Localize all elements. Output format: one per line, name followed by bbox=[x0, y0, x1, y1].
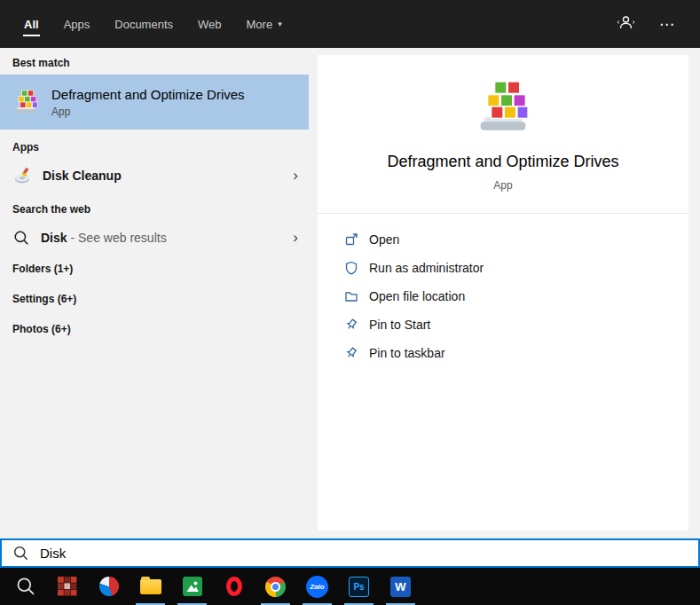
preview-title: Defragment and Optimize Drives bbox=[387, 153, 618, 171]
taskbar-photo-viewer[interactable] bbox=[171, 568, 213, 605]
action-open-file-location-label: Open file location bbox=[369, 289, 465, 303]
filter-tabs: All Apps Documents Web More ▾ bbox=[0, 0, 295, 48]
action-run-as-admin[interactable]: Run as administrator bbox=[344, 254, 688, 282]
web-section-header: Search the web bbox=[0, 192, 309, 221]
category-photos[interactable]: Photos (6+) bbox=[0, 314, 309, 344]
mosaic-app-icon bbox=[58, 577, 77, 596]
category-settings[interactable]: Settings (6+) bbox=[0, 284, 309, 314]
folder-location-icon bbox=[344, 289, 358, 303]
action-pin-to-taskbar[interactable]: Pin to taskbar bbox=[344, 339, 688, 367]
search-icon bbox=[13, 546, 28, 561]
web-search-label: Disk - See web results bbox=[41, 231, 167, 245]
search-filter-bar: All Apps Documents Web More ▾ bbox=[0, 0, 700, 48]
search-icon bbox=[16, 577, 35, 596]
preview-subtitle: App bbox=[493, 179, 512, 192]
tab-apps[interactable]: Apps bbox=[51, 0, 103, 48]
zalo-icon: Zalo bbox=[306, 576, 328, 598]
topbar-actions: ⋯ bbox=[617, 0, 700, 48]
best-match-header: Best match bbox=[0, 48, 309, 75]
disk-cleanup-icon bbox=[13, 167, 31, 185]
defrag-app-icon-large bbox=[475, 78, 531, 135]
tab-all-label: All bbox=[24, 18, 39, 31]
file-explorer-icon bbox=[140, 579, 161, 594]
windows-search-flyout: All Apps Documents Web More ▾ bbox=[0, 0, 700, 605]
web-search-query: Disk bbox=[41, 231, 67, 245]
action-list: Open Run as administrator Open file loca… bbox=[318, 214, 688, 367]
chevron-down-icon: ▾ bbox=[278, 20, 282, 28]
search-input[interactable] bbox=[40, 546, 687, 561]
web-search-rest: - See web results bbox=[67, 231, 167, 245]
taskbar-photoshop[interactable]: Ps bbox=[338, 568, 380, 605]
result-disk-cleanup[interactable]: Disk Cleanup › bbox=[0, 159, 309, 192]
pin-icon bbox=[344, 318, 358, 332]
pin-icon bbox=[344, 346, 358, 360]
taskbar-file-explorer[interactable] bbox=[130, 568, 171, 605]
result-web-search[interactable]: Disk - See web results › bbox=[0, 221, 309, 254]
taskbar-app-mosaic[interactable] bbox=[46, 568, 88, 605]
admin-shield-icon bbox=[344, 261, 358, 275]
more-options-icon[interactable]: ⋯ bbox=[659, 15, 675, 34]
search-results-panel: Best match Defragment and Optimize Drive… bbox=[0, 48, 309, 538]
apps-section-header: Apps bbox=[0, 130, 309, 159]
search-icon bbox=[13, 230, 29, 246]
tab-web[interactable]: Web bbox=[185, 0, 234, 48]
action-run-as-admin-label: Run as administrator bbox=[369, 261, 484, 275]
action-pin-to-start[interactable]: Pin to Start bbox=[344, 310, 688, 339]
taskbar-zalo[interactable]: Zalo bbox=[296, 568, 338, 605]
tab-documents-label: Documents bbox=[114, 18, 173, 31]
tab-more-label: More bbox=[247, 18, 273, 31]
taskbar-media-app[interactable] bbox=[88, 568, 130, 605]
user-account-icon[interactable] bbox=[617, 14, 634, 35]
best-match-result[interactable]: Defragment and Optimize Drives App bbox=[0, 75, 309, 130]
action-pin-to-taskbar-label: Pin to taskbar bbox=[369, 346, 445, 360]
tab-apps-label: Apps bbox=[64, 18, 90, 31]
media-app-icon bbox=[99, 577, 119, 596]
action-pin-to-start-label: Pin to Start bbox=[369, 318, 430, 332]
tab-more[interactable]: More ▾ bbox=[234, 0, 295, 48]
opera-icon bbox=[226, 577, 242, 596]
best-match-subtitle: App bbox=[51, 106, 245, 118]
taskbar-search-button[interactable] bbox=[4, 568, 46, 605]
defrag-app-icon bbox=[12, 89, 39, 115]
taskbar: Zalo Ps W bbox=[0, 568, 700, 605]
photo-viewer-icon bbox=[183, 577, 202, 596]
action-open-file-location[interactable]: Open file location bbox=[344, 282, 688, 310]
category-folders[interactable]: Folders (1+) bbox=[0, 254, 309, 284]
tab-documents[interactable]: Documents bbox=[102, 0, 185, 48]
chevron-right-icon[interactable]: › bbox=[293, 230, 298, 245]
word-icon: W bbox=[390, 577, 411, 597]
chrome-icon bbox=[265, 577, 286, 597]
tab-all[interactable]: All bbox=[12, 0, 51, 48]
taskbar-chrome[interactable] bbox=[255, 568, 296, 605]
best-match-text: Defragment and Optimize Drives App bbox=[51, 87, 245, 118]
action-open-label: Open bbox=[369, 232, 399, 247]
photoshop-icon: Ps bbox=[349, 577, 369, 597]
search-box bbox=[0, 538, 700, 568]
taskbar-word[interactable]: W bbox=[380, 568, 421, 605]
action-open[interactable]: Open bbox=[344, 225, 688, 254]
disk-cleanup-label: Disk Cleanup bbox=[43, 169, 122, 183]
open-icon bbox=[344, 232, 358, 247]
best-match-title: Defragment and Optimize Drives bbox=[51, 87, 245, 102]
chevron-right-icon[interactable]: › bbox=[293, 168, 298, 183]
result-preview-pane: Defragment and Optimize Drives App Open … bbox=[318, 55, 688, 530]
tab-web-label: Web bbox=[198, 18, 222, 31]
taskbar-opera[interactable] bbox=[213, 568, 255, 605]
